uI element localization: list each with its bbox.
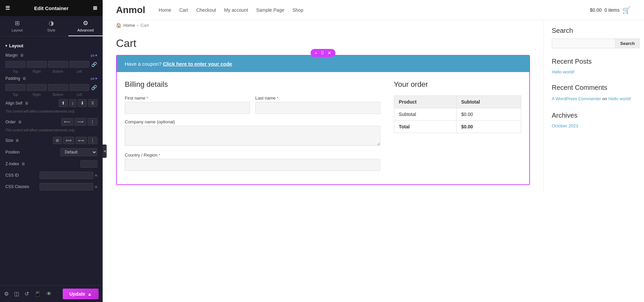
- collapse-handle[interactable]: ◀: [103, 144, 107, 158]
- hamburger-icon[interactable]: ☰: [5, 5, 10, 11]
- padding-right-input[interactable]: [27, 84, 47, 91]
- margin-unit-selector[interactable]: px ▾: [91, 53, 97, 58]
- nav-checkout[interactable]: Checkout: [196, 7, 216, 13]
- margin-top-input[interactable]: [5, 61, 25, 68]
- country-input[interactable]: [125, 159, 380, 171]
- editor-drag-icon[interactable]: ⠿: [321, 50, 324, 56]
- order-helper: This control will affect contained eleme…: [0, 128, 103, 135]
- order-total-label: Total: [394, 121, 457, 133]
- editor-close-icon[interactable]: ✕: [327, 50, 331, 56]
- size-none-btn[interactable]: ⊘: [53, 137, 62, 144]
- align-middle-btn[interactable]: ↕: [69, 99, 77, 107]
- first-name-required: *: [147, 97, 148, 100]
- cssclass-input[interactable]: [40, 183, 93, 190]
- align-top-btn[interactable]: ⬆: [59, 99, 68, 107]
- cssclass-label: CSS Classes: [5, 184, 32, 189]
- checkout-container: Have a coupon? Click here to enter your …: [116, 55, 530, 185]
- padding-inputs-grid: 🔗: [5, 84, 97, 91]
- history-icon[interactable]: ↺: [24, 291, 29, 297]
- cart-icon[interactable]: 🛒: [622, 6, 631, 14]
- comment-post-link[interactable]: Hello world!: [608, 96, 631, 101]
- nav-links: Home Cart Checkout My account Sample Pag…: [159, 7, 590, 13]
- coupon-link[interactable]: Click here to enter your code: [163, 61, 232, 67]
- align-stretch-btn[interactable]: ⇳: [88, 99, 97, 107]
- nav-home[interactable]: Home: [159, 7, 171, 13]
- cssclass-icon-btn[interactable]: ≡: [95, 184, 97, 189]
- first-name-input[interactable]: [125, 102, 250, 114]
- last-name-label: Last name *: [255, 96, 380, 101]
- nav-cart[interactable]: Cart: [179, 7, 188, 13]
- size-monitor-icon: 🖥: [15, 138, 19, 143]
- recent-post-0[interactable]: Hello world!: [552, 69, 636, 74]
- tab-layout[interactable]: ⊞ Layout: [0, 16, 34, 36]
- padding-top-input[interactable]: [5, 84, 25, 91]
- order-subtotal-row: Subtotal $0.00: [394, 108, 521, 121]
- settings-icon[interactable]: ⚙: [4, 291, 9, 297]
- cssid-input[interactable]: [40, 172, 93, 179]
- company-input[interactable]: [125, 126, 380, 146]
- zindex-monitor-icon: 🖥: [21, 162, 25, 166]
- padding-control-row: Padding 🖥 px ▾: [0, 74, 103, 83]
- cssid-row: CSS ID ≡: [0, 170, 103, 181]
- tab-style[interactable]: ◑ Style: [34, 16, 68, 36]
- margin-inputs: 🔗: [0, 60, 103, 69]
- bottom-toolbar: ⚙ ◫ ↺ 📱 👁 Update ▲: [0, 285, 103, 302]
- margin-right-input[interactable]: [27, 61, 47, 68]
- margin-link-btn[interactable]: 🔗: [91, 61, 97, 68]
- nav-sample[interactable]: Sample Page: [256, 7, 284, 13]
- padding-monitor-icon: 🖥: [22, 76, 26, 81]
- padding-bottom-input[interactable]: [48, 84, 68, 91]
- cart-area: $0.00 0 items 🛒: [590, 6, 631, 14]
- size-more-btn[interactable]: ⋮: [88, 137, 97, 144]
- search-input[interactable]: [552, 39, 615, 48]
- eye-icon[interactable]: 👁: [46, 291, 52, 297]
- order-more-btn[interactable]: ⋮: [88, 118, 97, 126]
- size-label: Size 🖥: [5, 138, 32, 143]
- grid-icon[interactable]: ⊞: [93, 5, 97, 11]
- billing-title: Billing details: [125, 80, 380, 89]
- editor-add-icon[interactable]: +: [315, 50, 317, 56]
- order-end-btn[interactable]: ⟶: [74, 118, 86, 126]
- zindex-input[interactable]: [80, 160, 97, 168]
- padding-left-input[interactable]: [69, 84, 90, 91]
- size-expand-btn[interactable]: ⟺: [63, 137, 74, 144]
- breadcrumb-home-link[interactable]: Home: [123, 23, 135, 28]
- nav-myaccount[interactable]: My account: [224, 7, 248, 13]
- name-row: First name * Last name *: [125, 96, 380, 119]
- update-label: Update: [69, 291, 85, 297]
- breadcrumb-current: Cart: [141, 23, 149, 28]
- position-select[interactable]: Default Relative Absolute Fixed: [60, 148, 97, 156]
- country-field: Country / Region *: [125, 153, 380, 171]
- site-nav: Anmol Home Cart Checkout My account Samp…: [103, 0, 644, 20]
- checkout-body: Billing details First name *: [117, 72, 529, 184]
- search-box: Search: [552, 39, 636, 48]
- coupon-text: Have a coupon?: [125, 61, 161, 67]
- responsive-icon[interactable]: 📱: [34, 291, 41, 297]
- sidebar-search-title: Search: [552, 27, 636, 35]
- update-chevron: ▲: [87, 291, 92, 297]
- nav-shop[interactable]: Shop: [292, 7, 304, 13]
- margin-left-input[interactable]: [69, 61, 90, 68]
- last-name-field: Last name *: [255, 96, 380, 114]
- margin-right-label: Right: [27, 70, 47, 73]
- layout-section-header[interactable]: ▾ Layout: [0, 41, 103, 51]
- padding-link-btn[interactable]: 🔗: [91, 84, 97, 91]
- padding-top-label: Top: [5, 93, 25, 97]
- margin-bottom-input[interactable]: [48, 61, 68, 68]
- tab-advanced[interactable]: ⚙ Advanced: [68, 16, 103, 36]
- align-self-label: Align Self 🖥: [5, 101, 32, 106]
- padding-unit-selector[interactable]: px ▾: [91, 76, 97, 81]
- panel-tabs: ⊞ Layout ◑ Style ⚙ Advanced: [0, 16, 103, 37]
- order-start-btn[interactable]: ⟵: [61, 118, 73, 126]
- archive-0[interactable]: October 2023: [552, 123, 636, 128]
- cssid-icon-btn[interactable]: ≡: [95, 173, 97, 178]
- search-button[interactable]: Search: [615, 39, 640, 48]
- size-shrink-btn[interactable]: ⟷: [75, 137, 87, 144]
- country-label: Country / Region *: [125, 153, 380, 158]
- recent-comment-0: A WordPress Commenter on Hello world!: [552, 96, 636, 102]
- layers-icon[interactable]: ◫: [14, 291, 19, 297]
- align-bottom-btn[interactable]: ⬇: [78, 99, 87, 107]
- update-button[interactable]: Update ▲: [63, 289, 99, 299]
- last-name-input[interactable]: [255, 102, 380, 114]
- commenter-link[interactable]: A WordPress Commenter: [552, 96, 601, 101]
